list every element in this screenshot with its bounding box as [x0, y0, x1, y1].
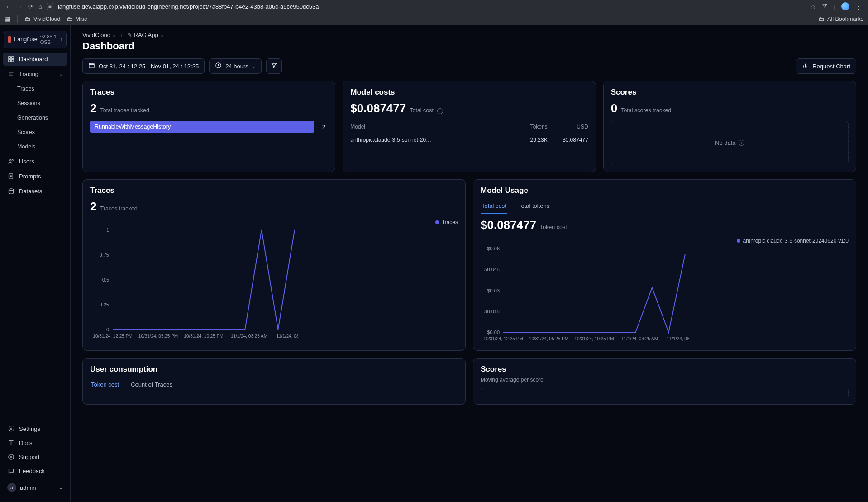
user-menu[interactable]: a admin ⌄ — [4, 480, 67, 495]
sidebar-item-traces[interactable]: Traces — [3, 82, 67, 95]
card-title: Scores — [481, 365, 849, 374]
menu-icon[interactable]: ⋮ — [856, 3, 862, 10]
sidebar-item-label: Datasets — [19, 188, 42, 195]
star-icon[interactable]: ☆ — [811, 3, 816, 10]
svg-text:$0.03: $0.03 — [487, 288, 500, 293]
svg-point-14 — [8, 454, 13, 459]
sidebar-item-tracing[interactable]: Tracing ⌄ — [3, 67, 67, 81]
site-info-icon[interactable]: ≡ — [47, 3, 53, 10]
sidebar-item-sessions[interactable]: Sessions — [3, 97, 67, 110]
svg-text:$0.045: $0.045 — [484, 267, 500, 272]
sidebar-item-label: Docs — [19, 440, 33, 446]
breadcrumb-project[interactable]: VividCloud ⌄ — [82, 32, 116, 38]
bookmark-folder-misc[interactable]: 🗀 Misc — [67, 16, 87, 22]
trace-type-bar[interactable]: RunnableWithMessageHistory 2 — [90, 121, 328, 133]
scores-subcaption: Moving average per score — [481, 377, 849, 383]
svg-text:11/1/24, 03:25 AM: 11/1/24, 03:25 AM — [621, 336, 658, 341]
forward-icon[interactable]: → — [17, 3, 23, 10]
brand-selector[interactable]: Langfuse v2.85.1 OSS ↑ — [4, 31, 67, 48]
breadcrumb: VividCloud ⌄ / ✎ RAG App ⌄ — [82, 32, 856, 38]
bookmark-folder-vividcloud[interactable]: 🗀 VividCloud — [25, 16, 61, 22]
model-cost-table: Model Tokens USD anthropic.claude-3-5-so… — [350, 121, 588, 147]
svg-point-12 — [9, 189, 13, 191]
chevron-down-icon: ⌄ — [160, 32, 164, 38]
bookmark-bar: ▦ 🗀 VividCloud 🗀 Misc 🗀 All Bookmarks — [0, 13, 868, 25]
tab-token-cost[interactable]: Token cost — [90, 378, 120, 392]
sidebar-item-label: Settings — [19, 426, 40, 432]
usage-line-chart: $0.00$0.015$0.03$0.045$0.0610/31/24, 12:… — [481, 246, 689, 343]
sidebar-item-label: Prompts — [19, 173, 41, 180]
traces-count: 2 — [90, 101, 96, 115]
svg-point-13 — [10, 428, 12, 430]
sidebar: Langfuse v2.85.1 OSS ↑ Dashboard Tracing… — [0, 25, 71, 502]
chart-legend: Traces — [90, 219, 458, 225]
card-traces-chart: Traces 2 Traces tracked Traces 00.250.50… — [82, 179, 466, 351]
tab-count-traces[interactable]: Count of Traces — [130, 378, 173, 392]
table-row[interactable]: anthropic.claude-3-5-sonnet-20… 26.23K $… — [350, 133, 588, 147]
sidebar-item-label: Users — [19, 158, 34, 165]
sidebar-item-scores[interactable]: Scores — [3, 126, 67, 139]
sidebar-item-generations[interactable]: Generations — [3, 111, 67, 124]
sidebar-item-datasets[interactable]: Datasets — [3, 185, 67, 198]
tab-total-tokens[interactable]: Total tokens — [517, 200, 550, 214]
docs-icon — [7, 440, 14, 446]
gear-icon — [7, 426, 14, 432]
sidebar-item-settings[interactable]: Settings — [3, 422, 67, 435]
url-text[interactable]: langfuse.dev.aiapp.exp.vividcloud-engine… — [58, 3, 319, 10]
home-icon[interactable]: ⌂ — [38, 3, 42, 10]
profile-avatar[interactable] — [841, 2, 849, 10]
feedback-icon — [7, 468, 14, 474]
sidebar-item-feedback[interactable]: Feedback — [3, 464, 67, 478]
tab-total-cost[interactable]: Total cost — [481, 200, 507, 214]
date-range-picker[interactable]: Oct 31, 24 : 12:25 - Nov 01, 24 : 12:25 — [82, 58, 205, 74]
legend-dot-icon — [435, 220, 439, 224]
info-icon[interactable]: i — [437, 108, 443, 114]
traces-chart-count: 2 — [90, 200, 96, 214]
time-window-select[interactable]: 24 hours ⌄ — [209, 58, 262, 74]
sidebar-item-docs[interactable]: Docs — [3, 436, 67, 449]
breadcrumb-app[interactable]: ✎ RAG App ⌄ — [127, 32, 164, 38]
sidebar-item-dashboard[interactable]: Dashboard — [3, 53, 67, 66]
apps-icon[interactable]: ▦ — [5, 15, 10, 22]
svg-text:$0.06: $0.06 — [487, 246, 500, 251]
request-chart-label: Request Chart — [812, 63, 850, 70]
extensions-icon[interactable]: ⧩ — [822, 3, 827, 10]
sidebar-item-users[interactable]: Users — [3, 155, 67, 168]
svg-rect-0 — [8, 57, 10, 58]
chevron-down-icon: ⌄ — [112, 32, 116, 38]
folder-icon: 🗀 — [67, 16, 73, 22]
cell-usd: $0.087477 — [548, 137, 588, 143]
user-avatar: a — [7, 483, 16, 492]
card-traces-summary: Traces 2 Total traces tracked RunnableWi… — [82, 81, 335, 172]
cell-tokens: 26.23K — [516, 137, 548, 143]
sidebar-item-models[interactable]: Models — [3, 140, 67, 153]
card-user-consumption: User consumption Token cost Count of Tra… — [82, 358, 466, 405]
toolbar: Oct 31, 24 : 12:25 - Nov 01, 24 : 12:25 … — [82, 58, 856, 74]
reload-icon[interactable]: ⟳ — [28, 3, 33, 10]
sidebar-item-label: Tracing — [19, 71, 38, 77]
scores-sub: Total scores tracked — [621, 107, 671, 114]
legend-label: anthropic.claude-3-5-sonnet-20240620-v1:… — [743, 238, 849, 244]
usage-value: $0.087477 — [481, 218, 536, 232]
svg-text:$0.00: $0.00 — [487, 330, 500, 335]
svg-rect-16 — [89, 63, 94, 68]
svg-rect-3 — [11, 60, 13, 62]
card-scores-summary: Scores 0 Total scores tracked No data i — [603, 81, 856, 172]
filter-button[interactable] — [266, 58, 282, 74]
back-icon[interactable]: ← — [5, 3, 11, 10]
svg-point-8 — [12, 159, 13, 161]
no-data-box: No data i — [611, 121, 849, 164]
info-icon[interactable]: i — [739, 140, 744, 146]
sidebar-item-support[interactable]: Support — [3, 450, 67, 464]
svg-text:10/31/24, 12:25 PM: 10/31/24, 12:25 PM — [483, 336, 523, 341]
dashboard-icon — [7, 56, 14, 62]
request-chart-button[interactable]: Request Chart — [796, 58, 856, 74]
svg-rect-1 — [11, 57, 13, 58]
svg-text:11/1/24, 08:25 AM: 11/1/24, 08:25 AM — [276, 334, 298, 339]
sidebar-item-prompts[interactable]: Prompts — [3, 170, 67, 183]
traces-sub: Total traces tracked — [100, 107, 149, 114]
card-title: Traces — [90, 186, 458, 195]
all-bookmarks[interactable]: 🗀 All Bookmarks — [819, 16, 863, 22]
consumption-tabs: Token cost Count of Traces — [90, 378, 458, 392]
upgrade-icon: ↑ — [60, 36, 62, 43]
